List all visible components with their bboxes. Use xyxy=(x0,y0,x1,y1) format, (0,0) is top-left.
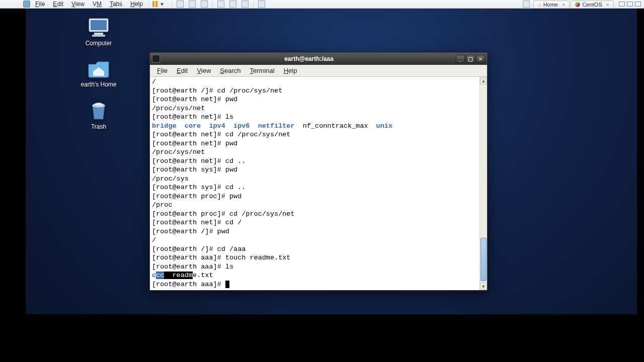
host-menu-help[interactable]: Help xyxy=(127,1,146,8)
terminal-icon xyxy=(152,55,160,63)
terminal-window: earth@earth:/aaa _ ▢ × File Edit View Se… xyxy=(149,52,488,291)
scroll-up-button[interactable]: ▲ xyxy=(480,77,487,84)
terminal-menubar: File Edit View Search Terminal Help xyxy=(150,65,487,77)
computer-icon xyxy=(87,18,111,38)
host-tabs: ⌂ Home × CentOS × xyxy=(533,1,614,8)
letterbox xyxy=(637,9,644,362)
host-menu-view[interactable]: View xyxy=(68,1,88,8)
tab-centos[interactable]: CentOS × xyxy=(571,1,614,8)
terminal-output[interactable]: / [root@earth /]# cd /proc/sys/net [root… xyxy=(150,77,479,289)
host-menu-file[interactable]: File xyxy=(32,1,48,8)
scroll-thumb[interactable] xyxy=(480,238,487,281)
svg-rect-1 xyxy=(91,20,107,30)
toolbar-icon[interactable] xyxy=(189,1,196,8)
toolbar-icon[interactable] xyxy=(523,1,530,8)
centos-icon xyxy=(575,2,580,7)
trash-icon xyxy=(87,101,111,121)
letterbox xyxy=(0,9,26,362)
guest-desktop[interactable]: Computer earth's Home Trash TechSmith® M… xyxy=(26,9,637,362)
toolbar-icon[interactable] xyxy=(217,1,224,8)
toolbar-icon[interactable] xyxy=(201,1,208,8)
host-menu-vm[interactable]: VM xyxy=(90,1,105,8)
window-title: earth@earth:/aaa xyxy=(163,55,455,62)
dropdown-icon[interactable]: ▾ xyxy=(160,1,164,8)
folder-home-icon xyxy=(87,59,111,79)
host-menu-edit[interactable]: Edit xyxy=(50,1,66,8)
pause-button[interactable] xyxy=(152,1,157,7)
svg-rect-2 xyxy=(94,33,103,35)
close-icon[interactable]: × xyxy=(606,2,609,8)
desktop-icon-computer[interactable]: Computer xyxy=(76,18,121,47)
toolbar-icon[interactable] xyxy=(258,1,265,8)
tab-home[interactable]: ⌂ Home × xyxy=(533,1,570,8)
close-button[interactable] xyxy=(635,2,641,7)
term-menu-view[interactable]: View xyxy=(193,66,215,75)
maximize-button[interactable]: ▢ xyxy=(466,55,475,63)
desktop-icon-home[interactable]: earth's Home xyxy=(76,59,121,88)
toolbar-icon[interactable] xyxy=(229,1,236,8)
minimize-button[interactable]: _ xyxy=(456,55,465,63)
toolbar-icon[interactable] xyxy=(177,1,184,8)
desktop-icon-trash[interactable]: Trash xyxy=(76,101,121,130)
cursor xyxy=(225,281,229,288)
terminal-titlebar[interactable]: earth@earth:/aaa _ ▢ × xyxy=(150,53,487,65)
tab-centos-label: CentOS xyxy=(582,2,602,8)
term-menu-edit[interactable]: Edit xyxy=(173,66,192,75)
term-menu-file[interactable]: File xyxy=(153,66,172,75)
host-menu-tabs[interactable]: Tabs xyxy=(107,1,125,8)
toolbar-icon[interactable] xyxy=(242,1,249,8)
minimize-button[interactable] xyxy=(619,2,625,7)
scroll-down-button[interactable]: ▼ xyxy=(480,283,487,290)
terminal-body[interactable]: / [root@earth /]# cd /proc/sys/net [root… xyxy=(150,77,487,290)
desktop-icon-label: Computer xyxy=(76,40,121,47)
tab-home-label: Home xyxy=(543,2,558,8)
host-window-controls xyxy=(619,2,641,7)
close-button[interactable]: × xyxy=(476,55,485,63)
home-icon: ⌂ xyxy=(538,2,541,8)
host-menubar: File Edit View VM Tabs Help ▾ ⌂ Home × C… xyxy=(0,0,644,9)
separator xyxy=(149,1,149,8)
vmware-icon xyxy=(23,1,30,8)
desktop-icon-label: Trash xyxy=(76,123,121,130)
desktop-icon-label: earth's Home xyxy=(76,81,121,88)
maximize-button[interactable] xyxy=(627,2,633,7)
letterbox xyxy=(0,314,644,362)
term-menu-terminal[interactable]: Terminal xyxy=(246,66,279,75)
svg-rect-3 xyxy=(92,35,105,37)
term-menu-search[interactable]: Search xyxy=(216,66,245,75)
term-menu-help[interactable]: Help xyxy=(280,66,301,75)
close-icon[interactable]: × xyxy=(562,2,565,8)
scrollbar[interactable]: ▲ ▼ xyxy=(479,77,487,290)
